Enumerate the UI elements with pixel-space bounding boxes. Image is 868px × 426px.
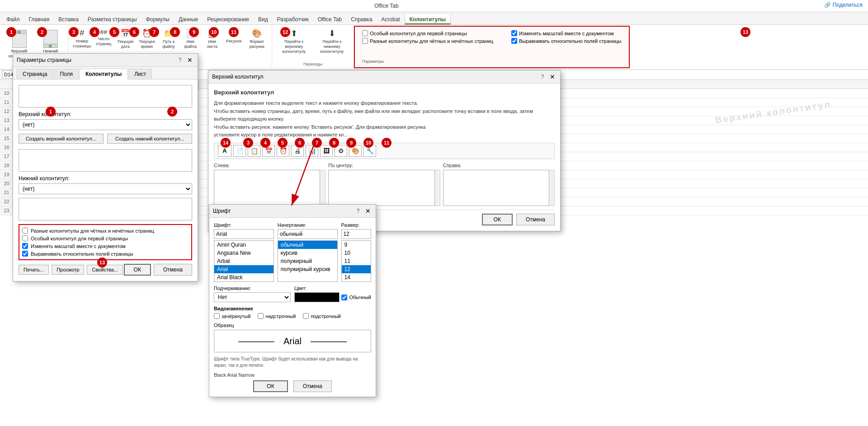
hf-close-btn[interactable]: ✕ (548, 73, 557, 81)
ps-checkbox-2[interactable]: Особый колонтитул для первой страницы (22, 235, 189, 241)
size-item-14[interactable]: 14 (342, 273, 371, 281)
page-setup-help-btn[interactable]: ? (176, 56, 184, 64)
tab-data[interactable]: Данные (174, 14, 203, 24)
checkbox-align-margins[interactable]: Выравнивать относительно полей страницы (511, 38, 622, 44)
section-center-input[interactable] (328, 170, 434, 206)
font-item-angsana[interactable]: Angsana New (214, 249, 274, 257)
tab-insert[interactable]: Вставка (54, 14, 83, 24)
hf-insert-pagenum-btn[interactable]: 📄 (233, 145, 246, 157)
font-close-btn[interactable]: ✕ (364, 207, 372, 215)
section-left-scrollbar[interactable] (320, 170, 326, 206)
font-name-input[interactable] (214, 229, 274, 239)
superscript-checkbox[interactable]: надстрочный (258, 313, 296, 319)
color-box[interactable] (294, 292, 340, 302)
badge-hf-4: 4 (260, 138, 270, 148)
underline-select[interactable]: Нет (214, 292, 291, 302)
size-item-10[interactable]: 10 (342, 249, 371, 257)
hf-cancel-btn[interactable]: Отмена (516, 214, 555, 225)
row-num: 14 (0, 125, 14, 134)
page-setup-close-btn[interactable]: ✕ (186, 56, 194, 64)
ps-checkbox-3[interactable]: Изменять масштаб вместе с документом (22, 243, 189, 249)
header-select[interactable]: (нет) (19, 119, 192, 130)
style-input[interactable] (278, 229, 338, 239)
footer-select[interactable]: (нет) (19, 183, 192, 194)
tab-headers[interactable]: Колонтитулы (405, 14, 451, 24)
footer-label: Нижний колонтитул: (19, 175, 192, 182)
row-num: 19 (0, 170, 14, 179)
font-help-btn[interactable]: ? (354, 207, 362, 215)
tab-formulas[interactable]: Формулы (142, 14, 174, 24)
tab-file[interactable]: Файл (2, 14, 24, 24)
font-item-arial[interactable]: Arial (214, 265, 274, 273)
row-num: 18 (0, 161, 14, 170)
ps-print-btn[interactable]: Печать... (19, 265, 49, 275)
font-item-arbat[interactable]: Arbat (214, 257, 274, 265)
tab-officetab[interactable]: Office Tab (313, 14, 347, 24)
section-right-scrollbar[interactable] (549, 170, 555, 206)
hf-help-btn[interactable]: ? (538, 73, 547, 81)
ps-preview-btn[interactable]: Просмотр (52, 265, 84, 275)
checkbox-different-pages[interactable]: Разные колонтитулы для чётных и нечётных… (362, 38, 493, 44)
page-setup-tab-sheet[interactable]: Лист (128, 69, 152, 79)
font-cancel-btn[interactable]: Отмена (293, 380, 332, 392)
page-setup-tab-margins[interactable]: Поля (54, 69, 79, 79)
page-setup-dialog: Параметры страницы ? ✕ Страница Поля Кол… (13, 53, 198, 281)
tab-acrobat[interactable]: Acrobat (377, 14, 404, 24)
font-ok-btn[interactable]: ОК (253, 380, 288, 392)
hf-ok-btn[interactable]: ОК (482, 214, 513, 225)
font-item-arial-narrow[interactable]: Arial Narrow (214, 281, 274, 282)
badge-5: 5 (109, 27, 119, 37)
section-center-label: По центру: (328, 163, 440, 168)
create-footer-btn[interactable]: Создать нижний колонтитул... (107, 134, 192, 144)
share-button[interactable]: 🔗 Поделиться (824, 2, 863, 8)
checkbox-special-first[interactable]: Особый колонтитул для первой страницы (362, 30, 493, 36)
size-input[interactable] (341, 229, 371, 239)
font-item-arial-black[interactable]: Arial Black (214, 273, 274, 281)
tab-help[interactable]: Справка (346, 14, 377, 24)
strikethrough-checkbox[interactable]: зачёркнутый (214, 313, 250, 319)
style-item-bold[interactable]: полужирный (278, 257, 337, 265)
sample-preview: ———— Arial ———— (214, 330, 371, 352)
tab-view[interactable]: Вид (254, 14, 273, 24)
size-item-12[interactable]: 12 (342, 265, 371, 273)
create-header-btn[interactable]: Создать верхний колонтитул... (19, 134, 104, 144)
badge-hf-3: 3 (243, 138, 253, 148)
badge-hf-7: 7 (312, 138, 322, 148)
tab-review[interactable]: Рецензирование (203, 14, 254, 24)
section-center-scrollbar[interactable] (435, 170, 440, 206)
page-setup-tab-headers[interactable]: Колонтитулы (80, 69, 127, 80)
badge-4: 4 (90, 27, 99, 37)
ps-checkbox-1[interactable]: Разные колонтитулы для чётных и нечётных… (22, 228, 189, 234)
style-item-bold-italic[interactable]: полужирный курсив (278, 265, 337, 273)
size-item-9[interactable]: 9 (342, 241, 371, 249)
tab-layout[interactable]: Разметка страницы (83, 14, 142, 24)
size-item-16[interactable]: 16 (342, 281, 371, 282)
ps-checkbox-4[interactable]: Выравнивать относительно полей страницы (22, 251, 189, 257)
badge-hf-11: 11 (382, 138, 392, 148)
badge-1: 1 (6, 27, 16, 37)
section-left-input[interactable] (214, 170, 320, 206)
subscript-checkbox[interactable]: подстрочный (303, 313, 341, 319)
style-item-italic[interactable]: курсив (278, 249, 337, 257)
font-item-amiri[interactable]: Amiri Quran (214, 241, 274, 249)
ribbon-group-params: Особый колонтитул для первой страницы Ра… (354, 26, 629, 68)
style-item-regular[interactable]: обычный (278, 241, 337, 249)
section-right-input[interactable] (443, 170, 549, 206)
size-item-11[interactable]: 11 (342, 257, 371, 265)
page-setup-title-bar[interactable]: Параметры страницы ? ✕ (13, 54, 198, 67)
underline-label: Подчеркивание: (214, 286, 291, 291)
font-title-bar[interactable]: Шрифт ? ✕ (209, 205, 376, 218)
ribbon-btn-goto-bottom[interactable]: ⬇ Перейти к нижнемуколонтитулу (314, 28, 350, 61)
normal-checkbox[interactable]: Обычный (341, 295, 371, 300)
tab-developer[interactable]: Разработчик (273, 14, 313, 24)
tab-home[interactable]: Главная (24, 14, 54, 24)
color-label: Цвет: (294, 286, 371, 291)
checkbox-scale[interactable]: Изменять масштаб вместе с документом (511, 30, 622, 36)
font-col-label: Шрифт: (214, 222, 274, 228)
badge-11: 11 (229, 27, 239, 37)
ps-cancel-btn[interactable]: Отмена (154, 264, 192, 276)
page-setup-tab-page[interactable]: Страница (17, 69, 53, 79)
ribbon-btn-format-picture[interactable]: 🎨 Форматрисунка (245, 28, 268, 61)
ps-ok-btn[interactable]: ОК (124, 264, 151, 276)
hf-title-bar[interactable]: Верхний колонтитул ? ✕ (208, 70, 560, 84)
